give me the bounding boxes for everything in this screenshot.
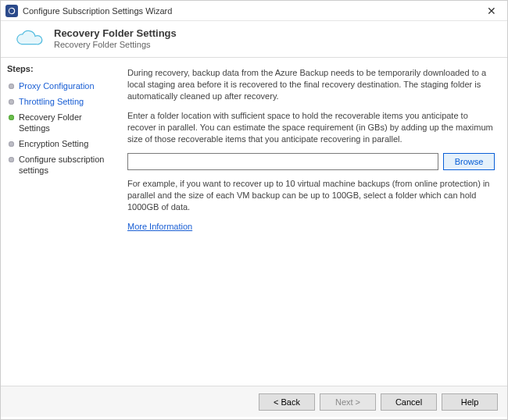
step-label: Recovery Folder Settings [19, 112, 111, 133]
intro-paragraph-1: During recovery, backup data from the Az… [127, 67, 495, 102]
content-area: During recovery, backup data from the Az… [116, 58, 507, 386]
folder-path-input[interactable] [127, 153, 438, 170]
bullet-icon [7, 113, 15, 121]
step-configure-subscription-settings[interactable]: Configure subscription settings [7, 151, 111, 178]
step-throttling-setting[interactable]: Throttling Setting [7, 94, 111, 109]
example-paragraph: For example, if you want to recover up t… [127, 178, 495, 213]
cloud-icon [12, 28, 43, 48]
step-proxy-configuration[interactable]: Proxy Configuration [7, 78, 111, 94]
bullet-icon [7, 82, 15, 90]
bullet-icon [7, 140, 15, 148]
steps-heading: Steps: [7, 64, 111, 73]
step-label: Throttling Setting [19, 96, 84, 107]
close-icon[interactable]: ✕ [481, 5, 503, 16]
step-encryption-setting[interactable]: Encryption Setting [7, 136, 111, 151]
steps-sidebar: Steps: Proxy Configuration Throttling Se… [1, 58, 116, 386]
step-recovery-folder-settings[interactable]: Recovery Folder Settings [7, 109, 111, 136]
browse-button[interactable]: Browse [443, 153, 495, 170]
step-label: Encryption Setting [19, 138, 88, 149]
back-button[interactable]: < Back [259, 393, 315, 411]
step-label: Proxy Configuration [19, 80, 95, 91]
title-bar: Configure Subscription Settings Wizard ✕ [1, 1, 507, 21]
page-subtitle: Recovery Folder Settings [54, 40, 177, 49]
app-icon [5, 5, 18, 17]
cancel-button[interactable]: Cancel [381, 393, 437, 411]
window-title: Configure Subscription Settings Wizard [23, 6, 481, 16]
page-title: Recovery Folder Settings [54, 27, 177, 39]
bullet-icon [7, 155, 15, 163]
step-label: Configure subscription settings [19, 154, 111, 176]
wizard-footer: < Back Next > Cancel Help [1, 386, 507, 417]
bullet-icon [7, 98, 15, 105]
more-information-link[interactable]: More Information [127, 222, 192, 231]
wizard-header: Recovery Folder Settings Recovery Folder… [1, 21, 507, 58]
intro-paragraph-2: Enter a folder location with sufficient … [127, 110, 495, 145]
next-button: Next > [320, 393, 376, 411]
help-button[interactable]: Help [442, 393, 498, 411]
